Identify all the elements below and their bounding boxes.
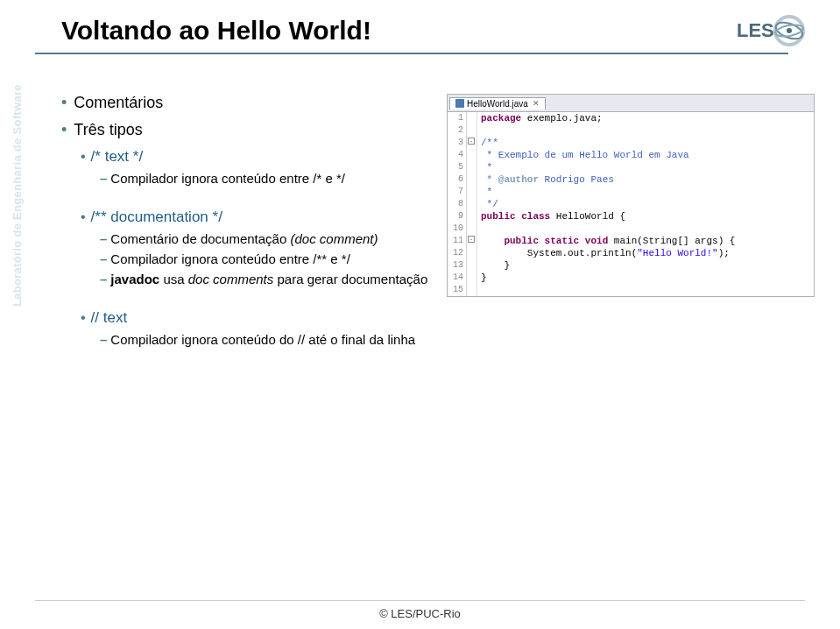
line-numbers: 123456789101112131415 xyxy=(448,112,467,296)
footer-text: © LES/PUC-Rio xyxy=(0,607,840,620)
bullet-content: •Comentários •Três tipos •/* text */ –Co… xyxy=(61,94,429,352)
footer-divider xyxy=(35,600,805,601)
b-type3-sub: –Compilador ignora conteúdo do // até o … xyxy=(100,332,429,347)
svg-point-4 xyxy=(787,28,792,33)
title-underline xyxy=(35,53,788,54)
code-lines: package exemplo.java; /** * Exemplo de u… xyxy=(477,112,814,296)
tab-label: HelloWorld.java xyxy=(467,99,528,109)
slide-title: Voltando ao Hello World! xyxy=(61,16,805,46)
b-type2-head: •/** documentation */ xyxy=(81,208,429,226)
b-type3-head: •// text xyxy=(81,309,429,327)
les-logo: LES xyxy=(735,9,818,53)
svg-text:LES: LES xyxy=(737,19,774,41)
b-comentarios: Comentários xyxy=(74,94,163,111)
code-editor-screenshot: HelloWorld.java ✕ 123456789101112131415 … xyxy=(447,94,805,352)
sidebar-label: Laboratório de Engenharia de Software xyxy=(11,84,24,307)
fold-icon[interactable]: - xyxy=(468,138,475,145)
b-tres-tipos: Três tipos xyxy=(74,121,142,138)
fold-gutter: - - xyxy=(467,112,477,296)
b-type2-s3: –javadoc usa doc comments para gerar doc… xyxy=(100,272,429,286)
b-type2-s2: –Compilador ignora conteúdo entre /** e … xyxy=(100,251,429,266)
editor-tabbar: HelloWorld.java ✕ xyxy=(448,95,814,112)
java-file-icon xyxy=(455,99,464,108)
editor-tab[interactable]: HelloWorld.java ✕ xyxy=(449,97,546,110)
b-type1-sub: –Compilador ignora conteúdo entre /* e *… xyxy=(100,171,429,186)
fold-icon[interactable]: - xyxy=(468,236,475,243)
b-type1-head: •/* text */ xyxy=(81,148,429,166)
b-type2-s1: –Comentário de documentação (doc comment… xyxy=(100,231,429,246)
close-icon[interactable]: ✕ xyxy=(533,99,540,108)
